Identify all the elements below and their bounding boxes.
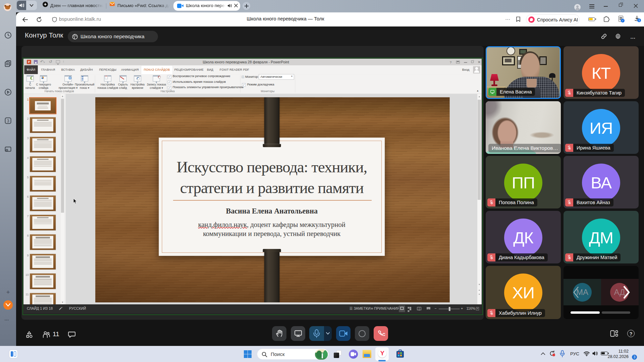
- svg-text:3: 3: [7, 119, 9, 123]
